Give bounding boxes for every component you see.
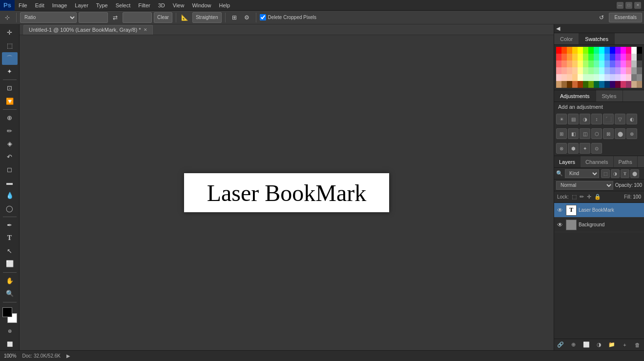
swatch-cell[interactable] [637,81,642,88]
swatch-cell[interactable] [556,60,561,67]
layers-tab-paths[interactable]: Paths [614,156,638,167]
swatch-cell[interactable] [610,60,615,67]
swatch-cell[interactable] [583,74,588,81]
swatch-cell[interactable] [567,47,572,54]
pen-tool[interactable]: ✒ [2,219,18,232]
tab-close-icon[interactable]: ✕ [144,27,147,32]
layer-mask-btn[interactable]: ⬜ [582,340,591,350]
swatch-cell[interactable] [599,81,604,88]
levels-icon[interactable]: ▤ [568,114,579,124]
delete-cropped-checkbox[interactable] [260,14,266,20]
layers-tab-layers[interactable]: Layers [554,156,581,167]
magic-wand-tool[interactable]: ✦ [2,65,18,78]
menu-file[interactable]: File [15,0,31,10]
essentials-button[interactable]: Essentials [609,13,642,22]
gradient-tool[interactable]: ▬ [2,176,18,189]
layer-style-btn[interactable]: ⊕ [568,340,578,350]
quick-mask-btn[interactable]: ⊛ [2,325,18,338]
crop-tool-options-icon[interactable]: ⊹ [2,12,13,23]
menu-layer[interactable]: Layer [71,0,92,10]
adjustment-layer-btn[interactable]: ◑ [594,340,604,350]
brightness-contrast-icon[interactable]: ☀ [556,114,567,124]
swatch-cell[interactable] [610,47,615,54]
invert-icon[interactable]: ⊠ [603,128,614,139]
swatch-cell[interactable] [621,54,626,60]
threshold-icon[interactable]: ⊕ [626,128,637,139]
menu-edit[interactable]: Edit [31,0,48,10]
layer-row-background[interactable]: 👁 Background [554,218,644,232]
filter-type-icon[interactable]: T [621,169,629,178]
swatch-cell[interactable] [556,67,561,74]
swatch-cell[interactable] [572,60,578,67]
history-brush-tool[interactable]: ↶ [2,150,18,163]
height-input[interactable] [123,12,152,23]
rotate-icon[interactable]: ↺ [596,12,607,23]
swatch-cell[interactable] [610,54,615,60]
layer-visibility-eye-text[interactable]: 👁 [556,206,564,214]
hand-tool[interactable]: ✋ [2,275,18,287]
straighten-button[interactable]: Straighten [192,12,222,23]
swatch-cell[interactable] [567,60,572,67]
swap-dimensions-icon[interactable]: ⇄ [110,12,121,23]
swatch-cell[interactable] [578,60,583,67]
layers-filter-select[interactable]: Kind [565,169,599,178]
menu-filter[interactable]: Filter [134,0,154,10]
swatch-cell[interactable] [637,74,642,81]
shape-tool[interactable]: ⬜ [2,258,18,270]
panel-collapse-btn[interactable]: ◀ [554,24,644,33]
swatch-cell[interactable] [567,74,572,81]
swatch-cell[interactable] [631,60,637,67]
solid-color-icon[interactable]: ✦ [580,143,590,154]
grid-icon[interactable]: ⊞ [229,12,240,23]
settings-icon[interactable]: ⚙ [242,12,252,23]
swatch-cell[interactable] [588,60,594,67]
crop-tool[interactable]: ⊡ [2,82,18,95]
swatch-cell[interactable] [631,54,637,60]
styles-tab[interactable]: Styles [596,90,623,101]
swatch-cell[interactable] [561,67,567,74]
swatch-cell[interactable] [637,67,642,74]
color-swatch-area[interactable] [2,307,17,321]
swatch-cell[interactable] [578,81,583,88]
delete-layer-btn[interactable]: 🗑 [633,340,643,350]
filter-shape-icon[interactable]: ⬤ [630,169,639,178]
blend-mode-select[interactable]: Normal [556,181,613,190]
swatch-cell[interactable] [626,81,631,88]
swatch-cell[interactable] [556,54,561,60]
menu-help[interactable]: Help [215,0,234,10]
group-layers-btn[interactable]: 📁 [607,340,617,350]
swatch-cell[interactable] [561,81,567,88]
ratio-select[interactable]: Ratio W x H x Resolution Original Ratio [20,12,77,23]
color-tab[interactable]: Color [554,33,579,44]
canvas-tab-item[interactable]: Untitled-1 @ 100% (Laser BookMark, Gray/… [23,25,153,35]
swatch-cell[interactable] [599,47,604,54]
menu-select[interactable]: Select [112,0,135,10]
swatch-cell[interactable] [604,74,610,81]
swatch-cell[interactable] [631,47,637,54]
swatch-cell[interactable] [572,54,578,60]
curves-icon[interactable]: ◑ [580,114,590,124]
swatch-cell[interactable] [626,54,631,60]
swatch-cell[interactable] [615,81,621,88]
swatch-cell[interactable] [583,67,588,74]
swatch-cell[interactable] [578,47,583,54]
hue-sat-icon[interactable]: ▽ [615,114,625,124]
swatch-cell[interactable] [561,60,567,67]
swatch-cell[interactable] [578,74,583,81]
swatch-cell[interactable] [621,47,626,54]
swatch-cell[interactable] [588,54,594,60]
swatch-cell[interactable] [556,81,561,88]
layers-tab-channels[interactable]: Channels [581,156,613,167]
menu-view[interactable]: View [169,0,188,10]
clone-stamp-tool[interactable]: ◈ [2,138,18,150]
adjustments-tab[interactable]: Adjustments [554,90,596,101]
swatch-cell[interactable] [583,60,588,67]
selective-color-icon[interactable]: ⊗ [556,143,567,154]
zoom-tool[interactable]: 🔍 [2,287,18,300]
swatch-cell[interactable] [556,47,561,54]
swatch-cell[interactable] [610,74,615,81]
swatch-cell[interactable] [615,60,621,67]
path-selection-tool[interactable]: ↖ [2,245,18,258]
swatch-cell[interactable] [561,74,567,81]
swatch-cell[interactable] [599,60,604,67]
